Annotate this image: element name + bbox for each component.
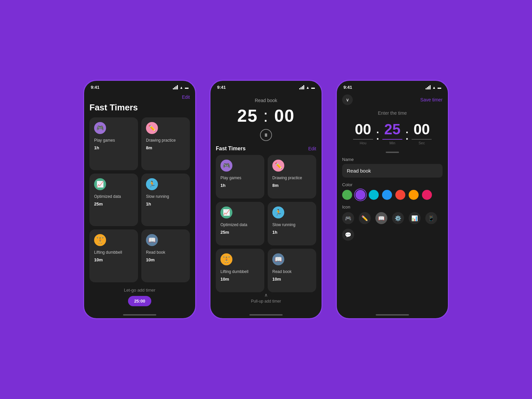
hours-group: 00 Hou: [353, 121, 373, 145]
timer-icon: 🎮: [220, 160, 232, 172]
timer-big-colon: :: [263, 106, 274, 125]
icon-item[interactable]: 📖: [375, 212, 387, 224]
color-dot[interactable]: [382, 190, 392, 200]
timer-icon: 🏃: [146, 178, 158, 190]
timer-icon: 📖: [272, 253, 284, 265]
timer-card[interactable]: ✏️ Drawing practice 8m: [141, 117, 190, 170]
timer-card[interactable]: 📈 Optimized data 25m: [216, 202, 264, 245]
timer-card[interactable]: 📈 Optimized data 25m: [89, 174, 138, 226]
timer-name: Lifting dumbbell: [94, 250, 133, 255]
timer-duration: 1h: [94, 145, 133, 150]
edit-button-2[interactable]: Edit: [308, 146, 316, 151]
time-colon-2: :: [405, 126, 409, 145]
add-timer-label-1: Let-go add timer: [124, 288, 156, 293]
timer-bubble-1[interactable]: 25:00: [128, 296, 151, 306]
timer-big-hours: 25: [237, 106, 258, 125]
wifi-icon-2: ▲: [306, 85, 310, 89]
color-dot[interactable]: [342, 190, 352, 200]
timer-duration: 25m: [220, 230, 260, 235]
name-section: Name: [342, 157, 443, 178]
timer-card[interactable]: 📖 Read book 10m: [141, 229, 190, 282]
minutes-label: Min: [389, 141, 395, 145]
icon-field-label: Icon: [342, 204, 443, 209]
status-icons-3: ▲ ▬: [426, 85, 441, 89]
icon-item[interactable]: 📱: [425, 212, 437, 224]
minutes-group: 25 Min: [382, 121, 402, 145]
timer-name: Lifting dumbbell: [220, 269, 260, 274]
phone-3: 9:41 ▲ ▬ ∨ Save timer Enter the time 00 …: [336, 80, 449, 319]
section-title-1: Fast Timers: [89, 102, 190, 113]
timer-duration: 10m: [146, 257, 185, 262]
name-field-label: Name: [342, 157, 443, 162]
timer-grid-1: 🎮 Play games 1h ✏️ Drawing practice 8m 📈…: [89, 117, 190, 282]
color-section: Color: [342, 182, 443, 200]
timer-icon: 🏃: [272, 206, 284, 218]
status-time-2: 9:41: [217, 85, 226, 90]
icon-item[interactable]: ✏️: [359, 212, 371, 224]
seconds-value[interactable]: 00: [412, 121, 432, 140]
timer-icon: 🏋️: [220, 253, 232, 265]
battery-icon-1: ▬: [185, 85, 189, 89]
timer-duration: 25m: [94, 201, 133, 206]
timer-icon: 📈: [94, 178, 106, 190]
icon-item[interactable]: 🎮: [342, 212, 354, 224]
status-bar-3: 9:41 ▲ ▬: [337, 81, 448, 92]
status-time-3: 9:41: [343, 85, 352, 90]
timer-name: Drawing practice: [272, 176, 312, 180]
pull-up-section[interactable]: ∧ Pull-up add timer: [216, 292, 316, 306]
phone3-header: ∨ Save timer: [342, 94, 443, 105]
timer-card[interactable]: ✏️ Drawing practice 8m: [268, 155, 316, 199]
color-dot[interactable]: [355, 190, 365, 200]
color-dot[interactable]: [409, 190, 419, 200]
timer-card[interactable]: 🏃 Slow running 1h: [141, 174, 190, 226]
minutes-value[interactable]: 25: [382, 121, 402, 140]
timer-name: Drawing practice: [146, 138, 185, 143]
icon-item[interactable]: 📊: [409, 212, 421, 224]
timer-name: Play games: [220, 176, 260, 180]
name-input[interactable]: [342, 164, 443, 178]
fast-timers-label: Fast Timers: [216, 146, 246, 152]
wifi-icon-1: ▲: [180, 85, 183, 89]
timer-card[interactable]: 📖 Read book 10m: [268, 249, 316, 292]
timer-big: 25 : 00: [216, 106, 316, 126]
timer-duration: 10m: [94, 257, 133, 262]
timer-name: Read book: [272, 269, 312, 274]
save-timer-button[interactable]: Save timer: [420, 97, 443, 102]
timer-icon: 🏋️: [94, 234, 106, 246]
timer-grid-2: 🎮 Play games 1h ✏️ Drawing practice 8m 📈…: [216, 155, 316, 292]
timer-card[interactable]: 🏋️ Lifting dumbbell 10m: [89, 229, 138, 282]
timer-name: Play games: [94, 138, 133, 143]
seconds-label: Sec: [419, 141, 425, 145]
timer-duration: 1h: [146, 201, 185, 206]
edit-button-1[interactable]: Edit: [182, 94, 190, 100]
color-dot[interactable]: [369, 190, 379, 200]
icon-item[interactable]: 💬: [342, 229, 354, 241]
color-dot[interactable]: [395, 190, 405, 200]
home-indicator-2: [249, 314, 283, 316]
timer-card[interactable]: 🎮 Play games 1h: [89, 117, 138, 170]
timer-duration: 10m: [272, 277, 312, 282]
timer-name: Optimized data: [220, 222, 260, 227]
hours-value[interactable]: 00: [353, 121, 373, 140]
signal-icon-1: [173, 85, 178, 89]
timer-duration: 8m: [146, 145, 185, 150]
color-dot[interactable]: [422, 190, 432, 200]
icon-item[interactable]: ⚙️: [392, 212, 404, 224]
timer-card[interactable]: 🏃 Slow running 1h: [268, 202, 316, 245]
chevron-down-button[interactable]: ∨: [342, 94, 353, 105]
timer-icon: 📖: [146, 234, 158, 246]
timer-display: Read book 25 : 00 ⏸: [216, 94, 316, 146]
phone1-header: Edit: [89, 94, 190, 100]
timer-icon: 🎮: [94, 122, 106, 134]
status-time-1: 9:41: [91, 85, 99, 90]
pause-button[interactable]: ⏸: [260, 129, 272, 141]
timer-card[interactable]: 🏋️ Lifting dumbbell 10m: [216, 249, 264, 292]
hours-label: Hou: [360, 141, 366, 145]
timer-name: Optimized data: [94, 194, 133, 199]
timer-card[interactable]: 🎮 Play games 1h: [216, 155, 264, 199]
timer-icon: ✏️: [146, 122, 158, 134]
timer-name: Read book: [146, 250, 185, 255]
time-input-row: 00 Hou : 25 Min : 00 Sec: [342, 121, 443, 145]
timer-display-title: Read book: [216, 98, 316, 103]
battery-icon-2: ▬: [311, 85, 315, 89]
